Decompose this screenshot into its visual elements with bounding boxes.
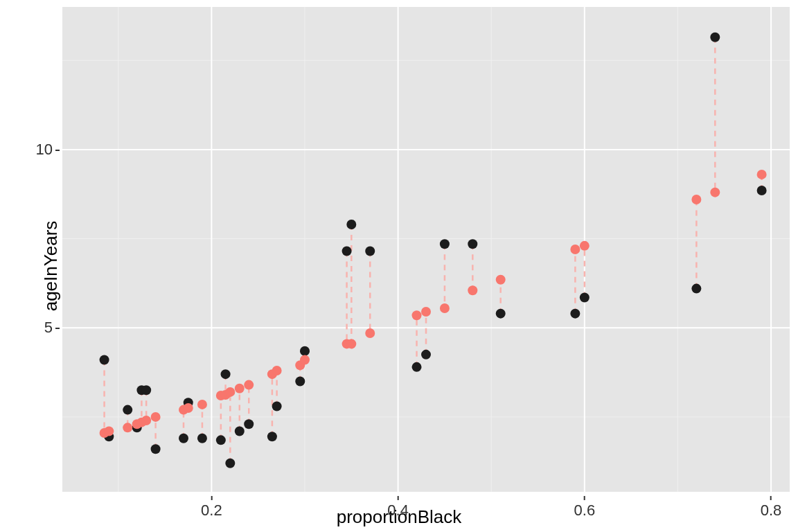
observed-point (221, 369, 231, 379)
observed-point (151, 444, 161, 454)
fitted-point (440, 303, 450, 313)
fitted-point (468, 285, 477, 295)
fitted-point (197, 400, 207, 409)
observed-point (440, 239, 450, 249)
observed-point (691, 284, 701, 294)
fitted-point (225, 387, 235, 397)
observed-point (342, 247, 352, 256)
fitted-point (570, 245, 580, 254)
observed-point (570, 309, 580, 319)
observed-point (580, 292, 589, 302)
observed-point (346, 220, 356, 229)
x-tick-label: 0.6 (574, 496, 596, 520)
observed-point (757, 186, 767, 195)
y-axis-title: ageInYears (40, 221, 62, 312)
observed-point (468, 239, 477, 249)
observed-point (710, 33, 720, 42)
chart-container: ageInYears proportionBlack 5100.20.40.60… (0, 0, 798, 532)
fitted-point (123, 423, 132, 432)
fitted-point (496, 275, 506, 285)
observed-point (412, 362, 422, 372)
fitted-point (365, 328, 375, 338)
fitted-point (235, 384, 245, 393)
observed-point (216, 435, 226, 445)
x-tick-label: 0.8 (761, 496, 782, 520)
fitted-point (300, 355, 310, 365)
observed-point (100, 355, 109, 365)
observed-point (225, 459, 235, 468)
fitted-point (151, 412, 161, 422)
observed-point (267, 432, 277, 441)
fitted-point (141, 416, 151, 425)
observed-point (141, 385, 151, 395)
fitted-point (421, 307, 431, 317)
fitted-point (580, 241, 589, 251)
fitted-point (184, 403, 193, 413)
observed-point (235, 427, 245, 436)
fitted-point (346, 339, 356, 348)
data-layer (62, 7, 790, 492)
fitted-point (272, 366, 282, 375)
y-tick-label: 10 (36, 141, 60, 159)
x-tick-label: 0.2 (201, 496, 222, 520)
observed-point (496, 309, 506, 319)
observed-point (197, 434, 207, 443)
fitted-point (244, 380, 254, 390)
fitted-point (757, 170, 767, 179)
observed-point (295, 376, 305, 386)
observed-point (179, 434, 188, 443)
fitted-point (710, 188, 720, 197)
y-tick-label: 5 (44, 319, 60, 337)
observed-point (365, 247, 375, 256)
observed-point (421, 350, 431, 360)
observed-point (123, 405, 132, 415)
fitted-point (412, 310, 422, 320)
observed-point (244, 419, 254, 429)
observed-point (300, 346, 310, 356)
observed-point (272, 401, 282, 411)
fitted-point (691, 195, 701, 204)
fitted-point (104, 427, 114, 436)
x-tick-label: 0.4 (387, 496, 409, 520)
plot-area (62, 7, 790, 492)
